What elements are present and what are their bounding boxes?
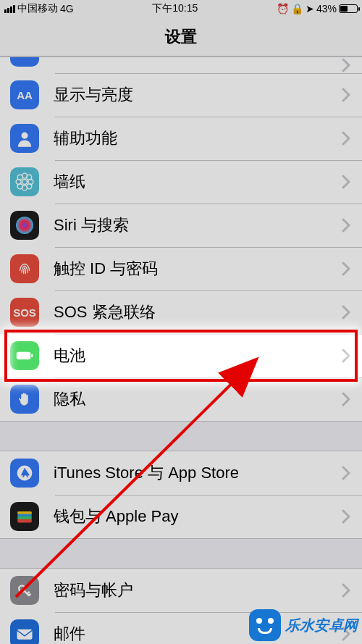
- row-label: 钱包与 Apple Pay: [39, 506, 342, 527]
- settings-row-display[interactable]: AA显示与亮度: [0, 73, 362, 117]
- status-time: 下午10:15: [152, 2, 198, 15]
- settings-row-sos[interactable]: SOSSOS 紧急联络: [0, 290, 362, 334]
- passwords-icon: [10, 576, 39, 605]
- status-bar: 中国移动 4G 下午10:15 ⏰ 🔒 ➤ 43%: [0, 0, 362, 17]
- alarm-icon: ⏰: [277, 3, 289, 14]
- row-label: 密码与帐户: [39, 580, 342, 601]
- chevron-right-icon: [342, 348, 362, 363]
- wallet-icon: [10, 502, 39, 531]
- svg-rect-12: [31, 354, 33, 358]
- battery-icon: [339, 4, 358, 13]
- chevron-right-icon: [342, 58, 362, 72]
- page-title: 设置: [165, 26, 197, 48]
- settings-row-wallpaper[interactable]: 墙纸: [0, 160, 362, 204]
- svg-rect-11: [17, 352, 31, 360]
- chevron-right-icon: [342, 466, 362, 480]
- settings-row-passwords[interactable]: 密码与帐户: [0, 569, 362, 612]
- chevron-right-icon: [342, 262, 362, 276]
- chevron-right-icon: [342, 583, 362, 598]
- siri-icon: [10, 211, 39, 240]
- signal-icon: [4, 5, 15, 13]
- row-label: 电池: [39, 345, 342, 367]
- privacy-icon: [10, 385, 39, 414]
- mail-icon: [10, 619, 39, 644]
- row-label: SOS 紧急联络: [39, 301, 342, 323]
- accessibility-icon: [10, 124, 39, 153]
- nav-bar: 设置: [0, 17, 362, 57]
- battery-percent: 43%: [316, 3, 337, 14]
- itunes-icon: [10, 459, 39, 488]
- row-label: iTunes Store 与 App Store: [39, 462, 342, 484]
- row-label: Siri 与搜索: [39, 214, 342, 236]
- row-label: 触控 ID 与密码: [39, 258, 342, 280]
- watermark-logo-icon: [249, 609, 281, 641]
- rotation-lock-icon: 🔒: [291, 3, 303, 14]
- svg-point-8: [17, 184, 22, 189]
- row-label: 墙纸: [39, 171, 342, 193]
- settings-row-accessibility[interactable]: 辅助功能: [0, 117, 362, 160]
- settings-list: AA显示与亮度辅助功能墙纸Siri 与搜索触控 ID 与密码SOSSOS 紧急联…: [0, 57, 362, 644]
- settings-row-siri[interactable]: Siri 与搜索: [0, 204, 362, 247]
- settings-row-touchid[interactable]: 触控 ID 与密码: [0, 247, 362, 290]
- row-label: 显示与亮度: [39, 84, 342, 106]
- status-right: ⏰ 🔒 ➤ 43%: [277, 3, 358, 14]
- carrier-label: 中国移动: [17, 2, 58, 15]
- sos-icon: SOS: [10, 298, 39, 327]
- settings-row-wallet[interactable]: 钱包与 Apple Pay: [0, 495, 362, 538]
- watermark-text: 乐水安卓网: [285, 616, 358, 635]
- chevron-right-icon: [342, 88, 362, 102]
- battery-icon: [10, 341, 39, 370]
- svg-rect-19: [17, 630, 33, 640]
- settings-group: iTunes Store 与 App Store钱包与 Apple Pay: [0, 451, 362, 539]
- chevron-right-icon: [342, 131, 362, 146]
- display-icon: AA: [10, 80, 39, 109]
- svg-point-0: [21, 133, 28, 139]
- chevron-right-icon: [342, 509, 362, 524]
- settings-group: AA显示与亮度辅助功能墙纸Siri 与搜索触控 ID 与密码SOSSOS 紧急联…: [0, 57, 362, 422]
- settings-row-privacy[interactable]: 隐私: [0, 377, 362, 421]
- svg-point-6: [17, 175, 22, 180]
- location-icon: ➤: [306, 3, 314, 14]
- settings-row-itunes[interactable]: iTunes Store 与 App Store: [0, 451, 362, 495]
- watermark: 乐水安卓网: [249, 609, 358, 641]
- row-label: 辅助功能: [39, 127, 342, 149]
- chevron-right-icon: [342, 305, 362, 319]
- svg-point-9: [27, 184, 32, 189]
- chevron-right-icon: [342, 218, 362, 233]
- touchid-icon: [10, 254, 39, 283]
- svg-point-10: [16, 217, 33, 234]
- wallpaper-icon: [10, 167, 39, 196]
- settings-row-prev[interactable]: [0, 57, 362, 73]
- row-label: 隐私: [39, 388, 342, 410]
- settings-row-battery[interactable]: 电池: [0, 334, 362, 377]
- svg-point-7: [27, 175, 32, 180]
- status-left: 中国移动 4G: [4, 2, 74, 15]
- chevron-right-icon: [342, 392, 362, 406]
- network-label: 4G: [60, 3, 74, 14]
- svg-rect-17: [17, 519, 32, 523]
- chevron-right-icon: [342, 175, 362, 189]
- svg-point-1: [22, 180, 28, 185]
- prev-icon: [10, 57, 39, 67]
